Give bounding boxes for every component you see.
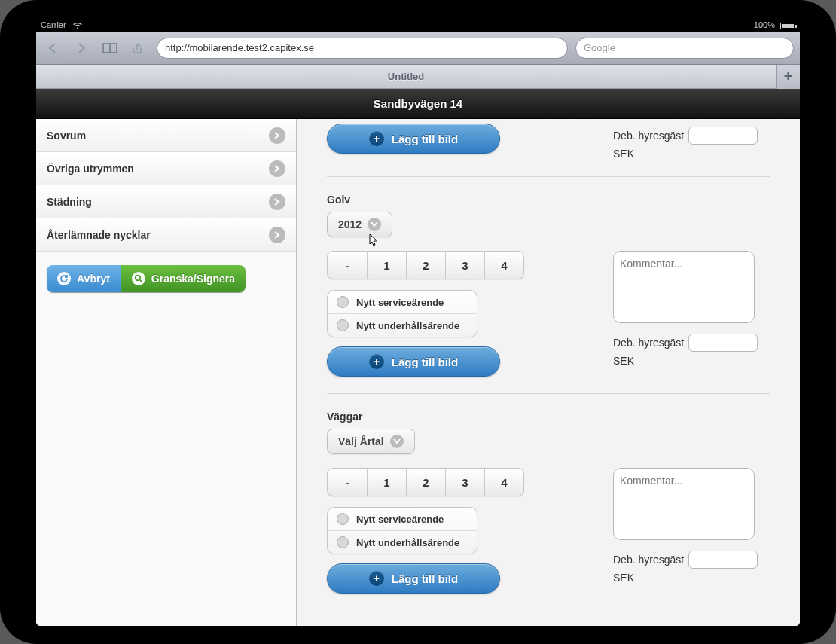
search-placeholder: Google xyxy=(584,42,615,53)
section-title-vaggar: Väggar xyxy=(327,411,770,423)
radio-icon xyxy=(337,296,349,308)
tab-bar: Untitled + xyxy=(36,65,800,89)
sidebar-item-sovrum[interactable]: Sovrum xyxy=(36,119,296,152)
radio-icon xyxy=(337,319,349,331)
seg-dash[interactable]: - xyxy=(328,469,367,496)
sidebar: Sovrum Övriga utrymmen Städning Åte xyxy=(36,119,297,626)
cancel-label: Avbryt xyxy=(77,273,110,285)
bookmarks-icon[interactable] xyxy=(99,38,121,58)
status-bar: Carrier 100% xyxy=(36,18,800,32)
deb-input[interactable] xyxy=(688,551,758,569)
seg-4[interactable]: 4 xyxy=(484,469,523,496)
sidebar-item-label: Sovrum xyxy=(47,130,86,142)
add-image-label: Lägg till bild xyxy=(392,356,458,368)
review-sign-button[interactable]: Granska/Signera xyxy=(121,265,246,292)
battery-percent: 100% xyxy=(754,20,775,29)
year-select-golv[interactable]: 2012 xyxy=(327,212,392,237)
radio-icon xyxy=(337,513,349,525)
forward-button[interactable] xyxy=(71,38,92,58)
new-service-label: Nytt serviceärende xyxy=(356,514,444,525)
seg-3[interactable]: 3 xyxy=(445,469,484,496)
year-value: 2012 xyxy=(338,218,362,230)
browser-toolbar: http://mobilarende.test2.capitex.se Goog… xyxy=(36,32,800,65)
svg-point-0 xyxy=(136,276,141,281)
search-icon xyxy=(132,272,145,285)
sidebar-item-label: Återlämnade nycklar xyxy=(47,229,151,241)
new-service-option[interactable]: Nytt serviceärende xyxy=(328,291,477,313)
url-value: http://mobilarende.test2.capitex.se xyxy=(165,42,314,53)
year-value: Välj Årtal xyxy=(338,435,384,447)
new-maintenance-option[interactable]: Nytt underhållsärende xyxy=(328,313,477,337)
chevron-right-icon xyxy=(269,194,285,210)
chevron-right-icon xyxy=(269,160,285,177)
plus-icon: + xyxy=(369,131,384,146)
chevron-right-icon xyxy=(269,227,285,243)
rating-segment-vaggar: - 1 2 3 4 xyxy=(327,468,524,496)
comment-field[interactable] xyxy=(613,468,755,540)
main-content: + Lägg till bild Deb. hyresgäst xyxy=(297,119,800,626)
add-image-label: Lägg till bild xyxy=(392,133,458,145)
sidebar-item-label: Städning xyxy=(47,196,92,208)
plus-icon: + xyxy=(369,571,384,586)
comment-field[interactable] xyxy=(613,251,755,323)
sidebar-item-ovriga[interactable]: Övriga utrymmen xyxy=(36,152,296,185)
add-image-button[interactable]: + Lägg till bild xyxy=(327,124,500,154)
wifi-icon xyxy=(73,20,82,29)
chevron-right-icon xyxy=(269,127,285,144)
add-image-button[interactable]: + Lägg till bild xyxy=(327,563,500,594)
add-image-label: Lägg till bild xyxy=(392,572,458,585)
cancel-button[interactable]: Avbryt xyxy=(47,265,121,292)
search-field[interactable]: Google xyxy=(575,38,794,59)
sidebar-item-nycklar[interactable]: Återlämnade nycklar xyxy=(36,218,296,252)
sek-label: SEK xyxy=(613,148,770,160)
new-service-label: Nytt serviceärende xyxy=(356,297,444,308)
section-title-golv: Golv xyxy=(327,194,770,206)
radio-icon xyxy=(337,536,349,548)
new-maintenance-label: Nytt underhållsärende xyxy=(356,320,459,331)
new-tab-button[interactable]: + xyxy=(776,65,800,89)
seg-4[interactable]: 4 xyxy=(484,252,523,279)
carrier-label: Carrier xyxy=(41,20,66,29)
plus-icon: + xyxy=(369,354,384,369)
year-select-vaggar[interactable]: Välj Årtal xyxy=(327,429,415,454)
sek-label: SEK xyxy=(613,572,770,584)
chevron-down-icon xyxy=(390,435,404,448)
deb-label: Deb. hyresgäst xyxy=(613,130,684,142)
page-title: Sandbyvägen 14 xyxy=(36,89,800,119)
deb-input[interactable] xyxy=(688,127,758,145)
battery-icon xyxy=(780,23,795,29)
new-service-option[interactable]: Nytt serviceärende xyxy=(328,508,477,530)
sek-label: SEK xyxy=(613,355,770,367)
add-image-button[interactable]: + Lägg till bild xyxy=(327,346,500,377)
seg-1[interactable]: 1 xyxy=(367,469,406,496)
seg-1[interactable]: 1 xyxy=(367,252,406,279)
back-button[interactable] xyxy=(42,38,63,58)
deb-label: Deb. hyresgäst xyxy=(613,337,684,349)
sidebar-item-stadning[interactable]: Städning xyxy=(36,185,296,218)
refresh-icon xyxy=(57,272,71,285)
share-icon[interactable] xyxy=(128,38,149,58)
new-maintenance-option[interactable]: Nytt underhållsärende xyxy=(328,530,477,554)
chevron-down-icon xyxy=(368,218,381,231)
deb-input[interactable] xyxy=(688,334,758,352)
seg-2[interactable]: 2 xyxy=(406,252,445,279)
new-maintenance-label: Nytt underhållsärende xyxy=(356,537,459,548)
url-field[interactable]: http://mobilarende.test2.capitex.se xyxy=(157,38,568,59)
seg-dash[interactable]: - xyxy=(328,252,367,279)
rating-segment-golv: - 1 2 3 4 xyxy=(327,251,524,279)
deb-label: Deb. hyresgäst xyxy=(613,554,684,566)
sidebar-item-label: Övriga utrymmen xyxy=(47,163,134,175)
review-label: Granska/Signera xyxy=(151,273,235,285)
seg-2[interactable]: 2 xyxy=(406,469,445,496)
seg-3[interactable]: 3 xyxy=(445,252,484,279)
tab-title[interactable]: Untitled xyxy=(36,71,776,82)
